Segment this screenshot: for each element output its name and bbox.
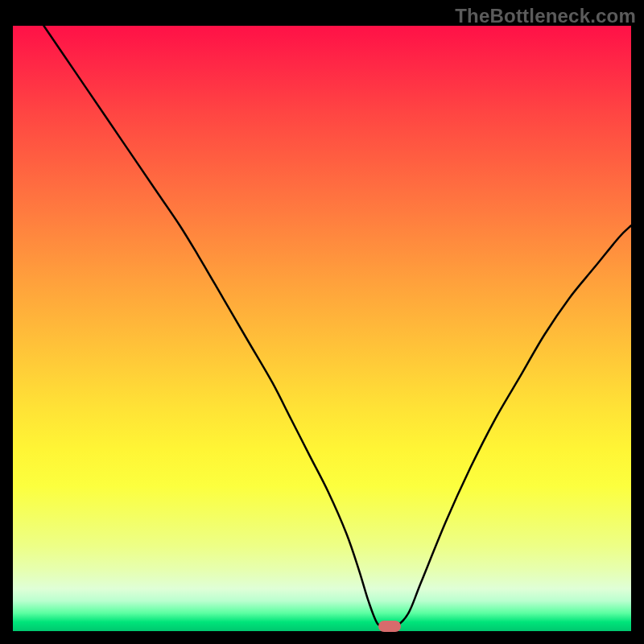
bottleneck-curve bbox=[13, 26, 631, 631]
curve-path bbox=[43, 26, 631, 627]
watermark-label: TheBottleneck.com bbox=[455, 5, 636, 27]
chart-frame: TheBottleneck.com bbox=[0, 0, 644, 644]
optimum-marker bbox=[378, 621, 401, 632]
